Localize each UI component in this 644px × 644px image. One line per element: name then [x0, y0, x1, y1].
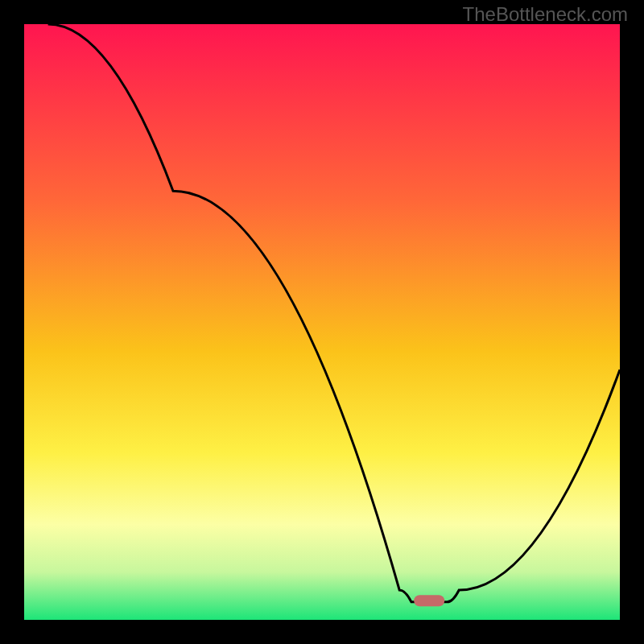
optimal-marker: [414, 595, 444, 606]
plot-background: [24, 24, 620, 620]
watermark-text: TheBottleneck.com: [463, 3, 628, 26]
chart-svg: [0, 0, 644, 644]
chart-container: TheBottleneck.com: [0, 0, 644, 644]
